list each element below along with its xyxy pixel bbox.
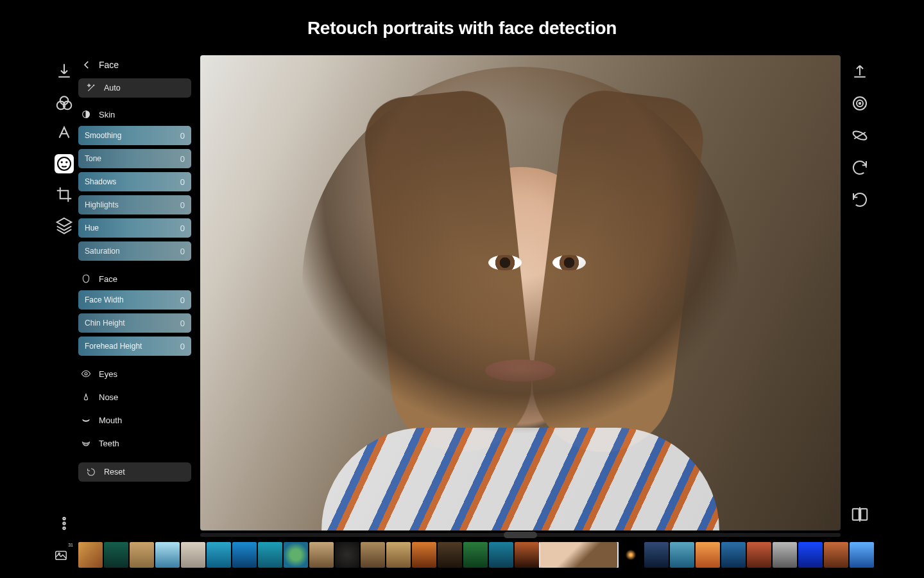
- undo-icon[interactable]: [850, 158, 869, 177]
- filmstrip-thumb[interactable]: [309, 542, 334, 568]
- teeth-icon: [81, 438, 91, 448]
- filmstrip-thumb[interactable]: [540, 542, 617, 568]
- section-mouth-label: Mouth: [99, 416, 122, 425]
- filmstrip-thumb[interactable]: [232, 542, 257, 568]
- filmstrip-thumb[interactable]: [644, 542, 669, 568]
- svg-point-18: [58, 553, 60, 554]
- mouth-icon: [81, 415, 91, 425]
- contrast-icon: [81, 109, 91, 119]
- svg-point-4: [62, 162, 62, 162]
- filmstrip-thumb[interactable]: [798, 542, 823, 568]
- section-teeth[interactable]: Teeth: [78, 435, 191, 451]
- svg-point-12: [857, 100, 863, 107]
- canvas-scrubber[interactable]: [200, 533, 841, 537]
- section-nose-label: Nose: [99, 392, 118, 402]
- nose-icon: [81, 392, 91, 402]
- download-icon[interactable]: [55, 62, 74, 81]
- section-mouth[interactable]: Mouth: [78, 412, 191, 428]
- svg-point-13: [859, 103, 861, 105]
- filmstrip-thumb[interactable]: [824, 542, 848, 568]
- auto-button[interactable]: Auto: [78, 78, 191, 98]
- section-face-label: Face: [99, 274, 117, 284]
- export-icon[interactable]: [850, 62, 869, 81]
- slider-hue[interactable]: Hue0: [78, 218, 191, 238]
- filmstrip-thumb[interactable]: [258, 542, 282, 568]
- section-teeth-label: Teeth: [99, 439, 119, 448]
- filmstrip-thumb[interactable]: [412, 542, 436, 568]
- slider-tone[interactable]: Tone0: [78, 149, 191, 168]
- filmstrip-thumb[interactable]: [721, 542, 746, 568]
- section-eyes[interactable]: Eyes: [78, 366, 191, 381]
- text-icon[interactable]: [55, 123, 74, 143]
- section-nose[interactable]: Nose: [78, 389, 191, 405]
- back-icon[interactable]: [81, 59, 92, 71]
- crop-icon[interactable]: [55, 185, 74, 204]
- scrubber-thumb[interactable]: [504, 532, 537, 538]
- filmstrip-thumb[interactable]: [335, 542, 359, 568]
- filmstrip-thumb[interactable]: [130, 542, 154, 568]
- target-icon[interactable]: [850, 94, 869, 113]
- svg-point-3: [58, 157, 71, 170]
- filmstrip-thumb[interactable]: [104, 542, 128, 568]
- panel-header: Face: [78, 58, 191, 78]
- filmstrip: 31: [50, 541, 874, 569]
- svg-point-8: [63, 527, 65, 530]
- svg-point-5: [66, 162, 67, 162]
- panel-title: Face: [99, 60, 119, 70]
- more-icon[interactable]: [55, 514, 74, 533]
- filmstrip-thumb[interactable]: [463, 542, 488, 568]
- canvas-column: [200, 55, 841, 537]
- filmstrip-thumb[interactable]: [361, 542, 385, 568]
- filmstrip-thumb[interactable]: [438, 542, 462, 568]
- svg-point-10: [85, 372, 87, 375]
- slider-highlights[interactable]: Highlights0: [78, 195, 191, 215]
- filmstrip-thumb[interactable]: [515, 542, 539, 568]
- slider-chin-height[interactable]: Chin Height0: [78, 313, 191, 333]
- filmstrip-thumb[interactable]: [619, 542, 643, 568]
- filmstrip-thumb[interactable]: [696, 542, 720, 568]
- face-outline-icon: [81, 274, 91, 284]
- face-icon[interactable]: 1: [55, 154, 74, 173]
- wand-icon: [86, 83, 96, 93]
- face-sliders: Face Width0 Chin Height0 Forehead Height…: [78, 290, 191, 360]
- filmstrip-thumb[interactable]: [155, 542, 180, 568]
- redo-icon[interactable]: [850, 190, 869, 209]
- image-canvas[interactable]: [200, 55, 841, 530]
- slider-face-width[interactable]: Face Width0: [78, 290, 191, 310]
- filmstrip-thumb[interactable]: [489, 542, 513, 568]
- right-iconbar: [846, 55, 874, 537]
- section-eyes-label: Eyes: [99, 369, 117, 379]
- filmstrip-thumbs[interactable]: [78, 542, 874, 568]
- section-skin-label: Skin: [99, 110, 115, 119]
- filmstrip-thumb[interactable]: [670, 542, 694, 568]
- filmstrip-thumb[interactable]: [207, 542, 231, 568]
- slider-saturation[interactable]: Saturation0: [78, 241, 191, 261]
- library-icon[interactable]: 31: [50, 544, 72, 566]
- blur-icon[interactable]: [850, 126, 869, 145]
- color-icon[interactable]: [55, 92, 74, 112]
- svg-point-7: [63, 522, 65, 525]
- svg-rect-15: [853, 509, 859, 520]
- face-panel: Face Auto Skin Smoothing0 Tone0 Shadows0…: [78, 55, 191, 537]
- slider-smoothing[interactable]: Smoothing0: [78, 126, 191, 145]
- skin-sliders: Smoothing0 Tone0 Shadows0 Highlights0 Hu…: [78, 126, 191, 265]
- left-iconbar: 1: [50, 55, 78, 537]
- layers-icon[interactable]: [55, 216, 74, 235]
- filmstrip-thumb[interactable]: [284, 542, 308, 568]
- filmstrip-thumb[interactable]: [78, 542, 103, 568]
- slider-shadows[interactable]: Shadows0: [78, 172, 191, 191]
- reset-button[interactable]: Reset: [78, 462, 191, 482]
- compare-icon[interactable]: [850, 505, 869, 524]
- filmstrip-thumb[interactable]: [747, 542, 771, 568]
- filmstrip-thumb[interactable]: [773, 542, 797, 568]
- filmstrip-thumb[interactable]: [850, 542, 874, 568]
- slider-forehead-height[interactable]: Forehead Height0: [78, 337, 191, 356]
- section-face[interactable]: Face: [78, 271, 191, 286]
- section-skin[interactable]: Skin: [78, 107, 191, 122]
- filmstrip-thumb[interactable]: [181, 542, 205, 568]
- eye-icon: [81, 369, 91, 379]
- svg-point-11: [853, 97, 866, 110]
- filmstrip-thumb[interactable]: [386, 542, 411, 568]
- app-window: 1 Face Auto: [50, 55, 874, 537]
- library-badge: 31: [68, 543, 73, 547]
